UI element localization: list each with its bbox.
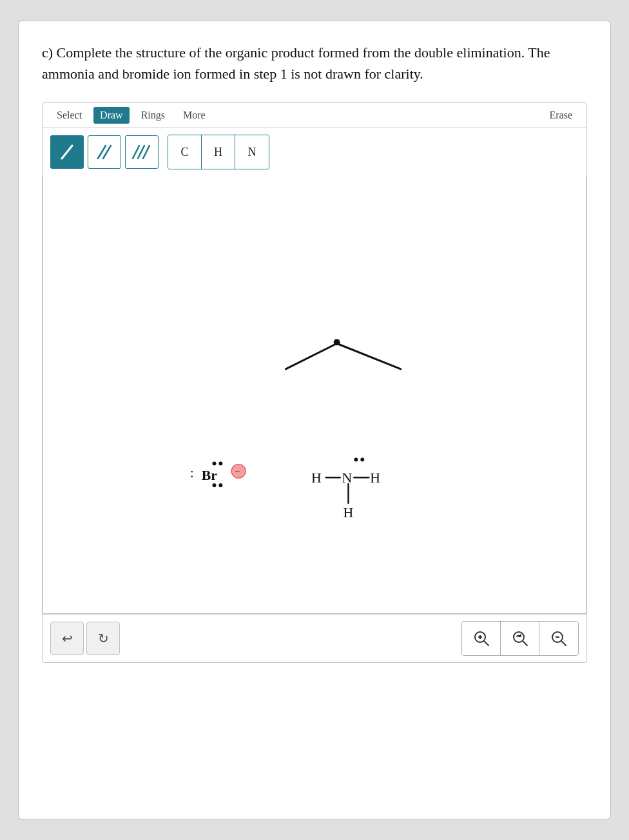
svg-line-31 [523,641,527,645]
svg-line-7 [337,343,401,369]
svg-point-8 [334,339,340,345]
draw-tools-row: C H N [43,128,586,176]
svg-line-34 [561,641,566,645]
select-tool-button[interactable]: Select [50,107,88,124]
undo-icon: ↩ [62,631,73,646]
redo-icon: ↻ [98,631,109,646]
svg-point-17 [354,458,358,462]
nitrogen-atom-button[interactable]: N [235,135,269,169]
molecule-canvas: : Br − H N H [43,176,586,613]
svg-line-0 [62,146,72,158]
rings-tool-button[interactable]: Rings [135,107,171,124]
single-bond-icon [58,143,76,161]
svg-line-29 [484,641,489,645]
draw-tool-button[interactable]: Draw [93,107,130,124]
zoom-reset-button[interactable] [501,622,539,655]
svg-line-6 [285,343,336,369]
triple-bond-icon [130,143,153,161]
svg-point-12 [218,483,222,487]
bottom-controls: ↩ ↻ [43,614,586,662]
undo-redo-group: ↩ ↻ [50,622,120,655]
svg-point-9 [213,462,217,466]
more-tool-button[interactable]: More [177,107,212,124]
svg-text::: : [190,465,194,481]
drawing-area[interactable]: : Br − H N H [43,176,586,614]
single-bond-button[interactable] [50,135,84,169]
svg-point-11 [213,483,217,487]
svg-point-18 [360,458,364,462]
undo-button[interactable]: ↩ [50,622,84,655]
svg-text:H: H [311,470,322,486]
erase-tool-button[interactable]: Erase [543,107,579,124]
carbon-atom-button[interactable]: C [168,135,202,169]
svg-text:H: H [370,470,380,486]
zoom-out-icon [550,630,567,647]
hydrogen-atom-button[interactable]: H [202,135,235,169]
zoom-group [461,621,579,656]
toolbar-container: Select Draw Rings More Erase [42,102,587,663]
zoom-out-button[interactable] [539,622,578,655]
svg-text:Br: Br [202,468,218,483]
svg-text:N: N [342,470,353,486]
double-bond-icon [94,143,115,161]
double-bond-button[interactable] [88,135,121,169]
svg-text:−: − [235,466,240,477]
zoom-in-button[interactable] [462,622,501,655]
main-card: c) Complete the structure of the organic… [18,21,611,819]
triple-bond-button[interactable] [125,135,159,169]
svg-point-10 [218,462,222,466]
zoom-in-icon [473,630,490,647]
question-text: c) Complete the structure of the organic… [42,42,587,84]
toolbar-row: Select Draw Rings More Erase [43,103,586,128]
atom-group: C H N [168,135,269,169]
svg-text:H: H [344,505,354,520]
redo-button[interactable]: ↻ [86,622,120,655]
zoom-reset-icon [512,630,528,647]
